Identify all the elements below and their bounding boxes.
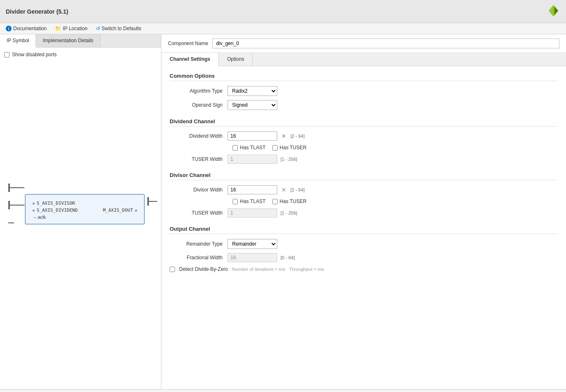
operand-sign-group: Operand Sign Signed Unsigned [170,100,558,110]
fractional-width-input [228,253,277,262]
component-name-row: Component Name [161,34,566,53]
algorithm-type-select[interactable]: Radix2 High Radix [228,86,277,96]
fractional-width-range: [0 - 64] [281,255,295,260]
left-wire-connectors [8,184,24,223]
port-s-axis-divisor: + S_AXIS_DIVISOR [32,201,75,206]
toolbar: i Documentation 📁 IP Location ↺ Switch t… [0,23,566,34]
remainder-type-select[interactable]: Remainder Fractional [228,239,277,249]
divisor-tuser-width-input [228,208,277,218]
common-options-header: Common Options [170,73,558,81]
fractional-width-group: Fractional Width [0 - 64] [170,253,558,262]
ip-symbol-block: + S_AXIS_DIVISOR + S_AXIS_DIVIDEND M_AXI… [25,194,145,225]
dividend-tuser-width-control: [1 - 256] [228,155,297,164]
port-s-axis-dividend: + S_AXIS_DIVIDEND [32,208,78,213]
divisor-has-tlast-checkbox[interactable] [233,199,238,204]
refresh-icon: ↺ [96,26,100,31]
dividend-width-range: [2 - 64] [290,134,305,139]
divisor-tuser-width-range: [1 - 256] [281,210,297,215]
folder-icon: 📁 [55,26,61,31]
port-aclk-row: – aclk [34,215,137,220]
port-row-divisor: + S_AXIS_DIVISOR [32,201,137,206]
switch-defaults-label: Switch to Defaults [102,26,142,31]
dividend-has-tuser-label: Has TUSER [280,145,307,151]
wire-row-1 [8,184,24,192]
divisor-width-clear-btn[interactable]: ✕ [281,186,287,193]
dividend-tuser-width-group: TUSER Width [1 - 256] [170,155,558,164]
dividend-has-tlast-label: Has TLAST [240,145,266,151]
show-disabled-checkbox[interactable] [4,52,10,57]
ip-canvas: + S_AXIS_DIVISOR + S_AXIS_DIVIDEND M_AXI… [4,62,157,378]
divisor-has-tlast-item: Has TLAST [233,198,266,204]
divisor-has-tlast-label: Has TLAST [240,198,266,204]
port-aclk-label: aclk [38,215,46,220]
tab-ip-symbol[interactable]: IP Symbol [0,34,36,48]
remainder-type-label: Remainder Type [170,241,228,247]
settings-content: Common Options Algorithm Type Radix2 Hig… [161,66,566,389]
xilinx-logo-icon [545,3,560,18]
divisor-has-tuser-item: Has TUSER [272,198,307,204]
dividend-tuser-width-input [228,155,277,164]
component-name-label: Component Name [168,41,208,46]
port-row-dividend: + S_AXIS_DIVIDEND M_AXIS_DOUT + [32,208,137,213]
dividend-width-label: Dividend Width [170,133,228,139]
divisor-tuser-width-group: TUSER Width [1 - 256] [170,208,558,218]
algorithm-type-control: Radix2 High Radix [228,86,277,96]
throughput-label: Throughput = n/a [289,267,324,272]
algorithm-type-label: Algorithm Type [170,88,228,94]
algorithm-type-group: Algorithm Type Radix2 High Radix [170,86,558,96]
dividend-has-tlast-checkbox[interactable] [233,145,238,151]
dividend-width-input[interactable] [228,131,277,141]
left-panel: IP Symbol Implementation Details Show di… [0,34,161,389]
main-content: IP Symbol Implementation Details Show di… [0,34,566,389]
divisor-width-control: ✕ [2 - 64] [228,185,305,194]
port-divisor-label: S_AXIS_DIVISOR [36,201,75,206]
operand-sign-label: Operand Sign [170,102,228,108]
right-tabs: Channel Settings Options [161,53,566,66]
bottom-bar: OK Cancel [0,389,566,392]
iterations-label: Number of Iterations = n/a [232,267,285,272]
tab-implementation-details[interactable]: Implementation Details [36,34,100,47]
operand-sign-control: Signed Unsigned [228,100,277,110]
detect-divide-row: Detect Divide-By-Zero Number of Iteratio… [170,266,558,272]
dividend-width-control: ✕ [2 - 64] [228,131,305,141]
port-m-axis-dout: M_AXIS_DOUT + [103,208,137,213]
divisor-has-tuser-label: Has TUSER [280,198,307,204]
dividend-tuser-width-label: TUSER Width [170,156,228,162]
divisor-width-group: Divisor Width ✕ [2 - 64] [170,185,558,194]
switch-defaults-link[interactable]: ↺ Switch to Defaults [96,26,142,31]
documentation-label: Documentation [13,26,47,31]
remainder-type-control: Remainder Fractional [228,239,277,249]
ip-location-label: IP Location [63,26,88,31]
divisor-width-input[interactable] [228,185,277,194]
tab-channel-settings[interactable]: Channel Settings [161,53,219,66]
show-disabled-label: Show disabled ports [12,52,57,57]
operand-sign-select[interactable]: Signed Unsigned [228,100,277,110]
dividend-width-group: Dividend Width ✕ [2 - 64] [170,131,558,141]
detect-divide-checkbox[interactable] [170,267,175,272]
dividend-width-clear-btn[interactable]: ✕ [281,133,287,139]
tab-options[interactable]: Options [219,53,253,66]
left-tab-bar: IP Symbol Implementation Details [0,34,161,48]
wire-row-2 [8,201,24,209]
component-name-input[interactable] [212,38,559,48]
right-wire [147,197,157,206]
divisor-tuser-width-label: TUSER Width [170,210,228,216]
dividend-tuser-width-range: [1 - 256] [281,157,297,162]
show-disabled-row: Show disabled ports [4,52,157,57]
ip-location-link[interactable]: 📁 IP Location [55,26,88,31]
dividend-has-tuser-checkbox[interactable] [272,145,278,151]
wire-row-clk [8,222,24,223]
remainder-type-group: Remainder Type Remainder Fractional [170,239,558,249]
divisor-has-tuser-checkbox[interactable] [272,199,278,204]
documentation-link[interactable]: i Documentation [6,26,47,31]
right-panel: Component Name Channel Settings Options … [161,34,566,389]
left-panel-body: Show disabled ports [0,48,161,389]
divisor-width-label: Divisor Width [170,187,228,193]
detect-divide-label: Detect Divide-By-Zero [179,266,228,272]
fractional-width-control: [0 - 64] [228,253,295,262]
app-title: Divider Generator (5.1) [6,8,68,15]
divisor-width-range: [2 - 64] [290,187,305,192]
port-dout-label: M_AXIS_DOUT [103,208,133,213]
divisor-tuser-width-control: [1 - 256] [228,208,297,218]
output-channel-header: Output Channel [170,226,558,234]
